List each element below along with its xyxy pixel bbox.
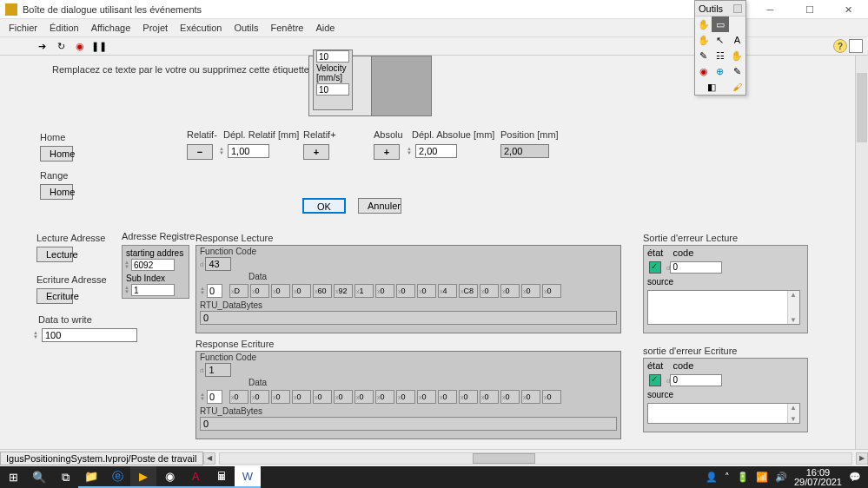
tool-scroll-icon[interactable]: ✋ — [729, 48, 745, 63]
scroll-left-button[interactable]: ◀ — [203, 452, 215, 465]
ecriture-button[interactable]: Ecriture — [36, 288, 73, 304]
status-bar: IgusPositioningSystem.lvproj/Poste de tr… — [0, 449, 868, 466]
chrome-icon[interactable]: ◉ — [156, 466, 182, 488]
lecture-button[interactable]: Lecture — [36, 247, 73, 262]
taskbar: ⊞ 🔍 ⧉ 📁 ⓔ ▶ ◉ A 🖩 W 👤 ˄ 🔋 📶 🔊 16:09 29/0… — [0, 466, 868, 488]
abort-icon[interactable]: ◉ — [73, 39, 87, 53]
tool-auto-icon[interactable]: ✋ — [695, 16, 712, 32]
tool-color-icon[interactable]: ◧ — [695, 79, 729, 95]
tool-arrow-icon[interactable]: ↖ — [712, 32, 728, 48]
source-lecture-text — [647, 290, 800, 325]
velocity-top-input[interactable] — [316, 50, 349, 63]
search-icon[interactable]: 🔍 — [26, 466, 52, 488]
system-tray: 👤 ˄ 🔋 📶 🔊 16:09 29/07/2021 💬 — [706, 468, 868, 487]
start-button[interactable]: ⊞ — [0, 466, 26, 488]
starting-address-input[interactable]: ▲▼ — [124, 259, 187, 271]
app-icon — [5, 3, 17, 16]
context-help-icon[interactable] — [849, 39, 863, 53]
relatif-minus-button[interactable]: − — [187, 144, 213, 160]
data-cell: x0 — [313, 390, 332, 404]
cancel-button[interactable]: Annuler — [358, 198, 401, 214]
rtu-lecture-label: RTU_DataBytes — [196, 300, 620, 311]
calculator-icon[interactable]: 🖩 — [209, 466, 235, 488]
tool-color-brush-icon[interactable]: 🖌 — [729, 79, 745, 95]
depl-absolue-input[interactable]: ▲▼ — [407, 144, 457, 158]
volume-icon[interactable]: 🔊 — [775, 472, 787, 483]
source-ecriture-text — [647, 403, 800, 424]
source-ecriture-scrollbar[interactable] — [787, 404, 799, 423]
menu-edition[interactable]: Édition — [44, 21, 84, 35]
menu-affichage[interactable]: Affichage — [86, 21, 136, 35]
data-cell: x0 — [271, 390, 290, 404]
starting-address-label: starting addres — [124, 247, 187, 259]
network-icon[interactable]: 📶 — [756, 472, 768, 483]
tool-color-copy-icon[interactable]: ✎ — [729, 63, 745, 79]
velocity-input[interactable] — [316, 83, 349, 96]
relatif-plus-button[interactable]: + — [303, 144, 329, 160]
pause-icon[interactable]: ❚❚ — [92, 39, 106, 53]
run-icon[interactable]: ➔ — [35, 39, 49, 53]
acrobat-icon[interactable]: A — [182, 466, 209, 488]
horizontal-scrollbar[interactable] — [219, 452, 853, 465]
word-icon[interactable]: W — [235, 466, 261, 488]
tool-operate-icon[interactable]: ▭ — [712, 16, 728, 32]
people-icon[interactable]: 👤 — [706, 472, 718, 483]
menu-fichier[interactable]: Fichier — [3, 21, 43, 35]
rtu-ecriture-indicator: 0 — [200, 417, 617, 431]
run-continuous-icon[interactable]: ↻ — [54, 39, 68, 53]
tool-probe-icon[interactable]: ⊕ — [712, 63, 728, 79]
ok-button[interactable]: OK — [302, 198, 346, 214]
menu-aide[interactable]: Aide — [310, 21, 340, 35]
data-cell: x0 — [542, 284, 561, 298]
position-label: Position [mm] — [500, 129, 559, 140]
tools-palette[interactable]: Outils ✋ ▭ ✋ ↖ A ✎ ☷ ✋ ◉ ⊕ ✎ ◧ 🖌 — [694, 0, 746, 96]
explorer-icon[interactable]: 📁 — [78, 466, 104, 488]
task-view-icon[interactable]: ⧉ — [52, 466, 78, 488]
labview-icon[interactable]: ▶ — [130, 466, 156, 488]
battery-icon[interactable]: 🔋 — [737, 472, 749, 483]
data-ecriture-index[interactable] — [207, 390, 222, 404]
data-to-write-input[interactable]: ▲▼ — [33, 328, 137, 342]
data-cell: x0 — [521, 390, 540, 404]
project-path[interactable]: IgusPositioningSystem.lvproj/Poste de tr… — [0, 452, 203, 465]
home-button[interactable]: Home — [40, 146, 73, 162]
rtu-ecriture-label: RTU_DataBytes — [196, 406, 620, 417]
data-cell: x60 — [313, 284, 332, 298]
tool-breakpoint-icon[interactable]: ◉ — [695, 63, 712, 79]
data-cell: x1 — [354, 284, 374, 298]
scroll-right-button[interactable]: ▶ — [856, 452, 868, 465]
code-lecture-indicator: 0 — [670, 261, 722, 274]
source-lecture-scrollbar[interactable] — [787, 291, 799, 324]
minimize-button[interactable]: ─ — [751, 0, 790, 19]
data-cell: xC8 — [459, 284, 478, 298]
clock[interactable]: 16:09 29/07/2021 — [794, 468, 842, 487]
data-cell: x0 — [250, 284, 269, 298]
data-cell: x0 — [438, 390, 457, 404]
data-lecture-index[interactable] — [207, 284, 222, 298]
data-cell: x0 — [375, 390, 394, 404]
menu-projet[interactable]: Projet — [137, 21, 173, 35]
etat-ecriture-led — [649, 374, 661, 386]
etat-lecture-label: état — [647, 247, 663, 258]
notifications-icon[interactable]: 💬 — [849, 472, 861, 483]
menu-outils[interactable]: Outils — [229, 21, 263, 35]
close-button[interactable]: ✕ — [829, 0, 868, 19]
tool-text-icon[interactable]: A — [729, 32, 745, 48]
help-icon[interactable]: ? — [833, 39, 847, 53]
menu-fenetre[interactable]: Fenêtre — [266, 21, 309, 35]
absolu-button[interactable]: + — [374, 144, 400, 160]
code-lecture-label: code — [673, 247, 693, 258]
tool-position-icon[interactable]: ✋ — [695, 32, 712, 48]
tray-chevron-icon[interactable]: ˄ — [725, 472, 730, 483]
sub-index-input[interactable]: ▲▼ — [124, 284, 187, 296]
depl-relatif-input[interactable]: ▲▼ — [219, 144, 269, 158]
maximize-button[interactable]: ☐ — [790, 0, 829, 19]
tool-object-icon[interactable]: ☷ — [712, 48, 728, 63]
tool-wire-icon[interactable]: ✎ — [695, 48, 712, 63]
vertical-scrollbar[interactable] — [855, 56, 868, 449]
fc-lecture-label: Function Code — [196, 246, 620, 257]
range-button[interactable]: Home — [40, 184, 73, 200]
ie-icon[interactable]: ⓔ — [104, 466, 130, 488]
palette-title[interactable]: Outils — [695, 1, 745, 16]
menu-execution[interactable]: Exécution — [175, 21, 227, 35]
